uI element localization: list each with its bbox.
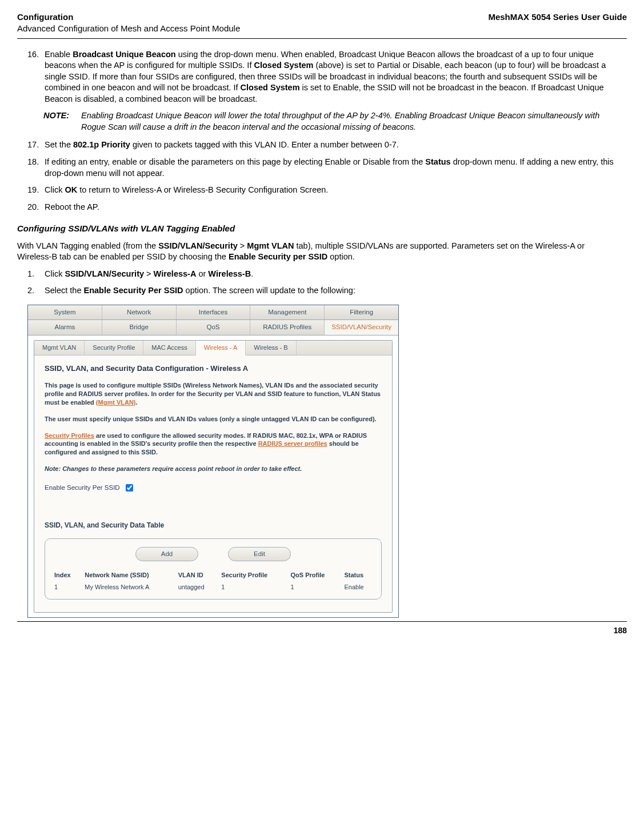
bold: SSID/VLAN/Security — [65, 269, 144, 278]
tab-interfaces[interactable]: Interfaces — [177, 305, 251, 320]
cell-index: 1 — [51, 581, 81, 593]
edit-button[interactable]: Edit — [228, 547, 291, 562]
data-table-title: SSID, VLAN, and Security Data Table — [45, 521, 382, 530]
t: Enable — [45, 50, 73, 59]
col-index: Index — [51, 569, 81, 581]
tab-alarms[interactable]: Alarms — [28, 320, 102, 335]
add-button[interactable]: Add — [135, 547, 198, 562]
page-header: Configuration Advanced Configuration of … — [17, 11, 627, 35]
t: Click — [45, 269, 65, 278]
bold: Wireless-B — [208, 269, 251, 278]
cell-vlan: untagged — [175, 581, 218, 593]
cell-qos: 1 — [287, 581, 341, 593]
t: given to packets tagged with this VLAN I… — [130, 140, 399, 149]
t: Select the — [45, 286, 84, 295]
tab-qos[interactable]: QoS — [177, 320, 251, 335]
tab-filtering[interactable]: Filtering — [325, 305, 398, 320]
tab-ssid-vlan-security[interactable]: SSID/VLAN/Security — [325, 320, 398, 335]
t: If editing an entry, enable or disable t… — [45, 157, 425, 166]
tab-management[interactable]: Management — [250, 305, 325, 320]
table-buttons: Add Edit — [51, 547, 375, 562]
note-label: NOTE: — [43, 110, 78, 122]
panel-para-2: The user must specify unique SSIDs and V… — [45, 415, 382, 424]
step-text: Enable Broadcast Unique Beacon using the… — [45, 49, 627, 105]
step-text: Click OK to return to Wireless-A or Wire… — [45, 185, 627, 196]
t: This page is used to configure multiple … — [45, 382, 381, 406]
panel-title: SSID, VLAN, and Security Data Configurat… — [45, 363, 382, 374]
cell-status: Enable — [341, 581, 375, 593]
enable-security-row: Enable Security Per SSID — [45, 484, 382, 493]
t: option. The screen will update to the fo… — [183, 286, 355, 295]
inner-tabs: Mgmt VLAN Security Profile MAC Access Wi… — [34, 341, 392, 355]
tab-network[interactable]: Network — [102, 305, 177, 320]
bold: Enable Security Per SSID — [84, 286, 183, 295]
t: . — [251, 269, 253, 278]
step-text: Select the Enable Security Per SSID opti… — [45, 285, 627, 297]
step-num: 16. — [27, 49, 45, 61]
step-num: 18. — [27, 157, 45, 168]
link-mgmt-vlan[interactable]: (Mgmt VLAN) — [96, 399, 136, 406]
t: or — [196, 269, 208, 278]
note-text: Enabling Broadcast Unique Beacon will lo… — [78, 110, 621, 133]
col-vlan: VLAN ID — [175, 569, 218, 581]
section-step-1: 1. Click SSID/VLAN/Security > Wireless-A… — [17, 269, 627, 280]
bold: Closed System — [241, 83, 300, 92]
t: . — [136, 399, 138, 406]
t: With VLAN Tagging enabled (from the — [17, 241, 158, 250]
tab-mgmt-vlan[interactable]: Mgmt VLAN — [34, 341, 85, 355]
t: Click — [45, 185, 65, 194]
header-title: Configuration — [17, 11, 240, 23]
step-text: Click SSID/VLAN/Security > Wireless-A or… — [45, 269, 627, 280]
step-19: 19. Click OK to return to Wireless-A or … — [17, 185, 627, 196]
footer-rule — [17, 621, 627, 622]
t: Set the — [45, 140, 73, 149]
link-security-profiles[interactable]: Security Profiles — [45, 432, 94, 439]
step-16: 16. Enable Broadcast Unique Beacon using… — [17, 49, 627, 105]
bold: OK — [65, 185, 77, 194]
tab-wireless-b[interactable]: Wireless - B — [246, 341, 296, 355]
cell-security: 1 — [218, 581, 287, 593]
t: > — [238, 241, 247, 250]
page-number: 188 — [17, 625, 627, 636]
bold: Status — [425, 157, 450, 166]
bold: 802.1p Priority — [73, 140, 130, 149]
header-rule — [17, 38, 627, 39]
bold: Enable Security per SSID — [229, 252, 327, 261]
tab-bridge[interactable]: Bridge — [102, 320, 177, 335]
col-qos: QoS Profile — [287, 569, 341, 581]
step-18: 18. If editing an entry, enable or disab… — [17, 157, 627, 179]
step-num: 19. — [27, 185, 45, 196]
step-num: 20. — [27, 202, 45, 213]
tab-wireless-a[interactable]: Wireless - A — [196, 341, 246, 355]
step-text: Set the 802.1p Priority given to packets… — [45, 139, 627, 151]
tab-radius-profiles[interactable]: RADIUS Profiles — [250, 320, 325, 335]
t: option. — [327, 252, 355, 261]
bold: SSID/VLAN/Security — [158, 241, 238, 250]
section-step-2: 2. Select the Enable Security Per SSID o… — [17, 285, 627, 297]
step-text: If editing an entry, enable or disable t… — [45, 157, 627, 179]
bold: Broadcast Unique Beacon — [73, 50, 176, 59]
note-block: NOTE: Enabling Broadcast Unique Beacon w… — [43, 110, 627, 133]
panel-note: Note: Changes to these parameters requir… — [45, 465, 382, 473]
link-radius-server-profiles[interactable]: RADIUS server profiles — [258, 440, 327, 447]
section-heading: Configuring SSID/VLANs with VLAN Tagging… — [17, 223, 627, 234]
header-right: MeshMAX 5054 Series User Guide — [488, 11, 627, 23]
step-17: 17. Set the 802.1p Priority given to pac… — [17, 139, 627, 151]
panel-para-3: Security Profiles are used to configure … — [45, 432, 382, 457]
col-status: Status — [341, 569, 375, 581]
table-header-row: Index Network Name (SSID) VLAN ID Securi… — [51, 569, 375, 581]
section-para: With VLAN Tagging enabled (from the SSID… — [17, 241, 627, 263]
t: > — [144, 269, 154, 278]
inner-panel: Mgmt VLAN Security Profile MAC Access Wi… — [34, 340, 393, 613]
step-num: 1. — [27, 269, 45, 280]
ssid-data-table: Index Network Name (SSID) VLAN ID Securi… — [51, 569, 375, 593]
inner-content: SSID, VLAN, and Security Data Configurat… — [34, 355, 392, 612]
enable-security-checkbox[interactable] — [126, 484, 133, 492]
step-text: Reboot the AP. — [45, 202, 627, 213]
step-20: 20. Reboot the AP. — [17, 202, 627, 213]
table-row[interactable]: 1 My Wireless Network A untagged 1 1 Ena… — [51, 581, 375, 593]
outer-tabs-row2: Alarms Bridge QoS RADIUS Profiles SSID/V… — [28, 320, 398, 335]
tab-mac-access[interactable]: MAC Access — [143, 341, 195, 355]
tab-system[interactable]: System — [28, 305, 102, 320]
tab-security-profile[interactable]: Security Profile — [85, 341, 143, 355]
